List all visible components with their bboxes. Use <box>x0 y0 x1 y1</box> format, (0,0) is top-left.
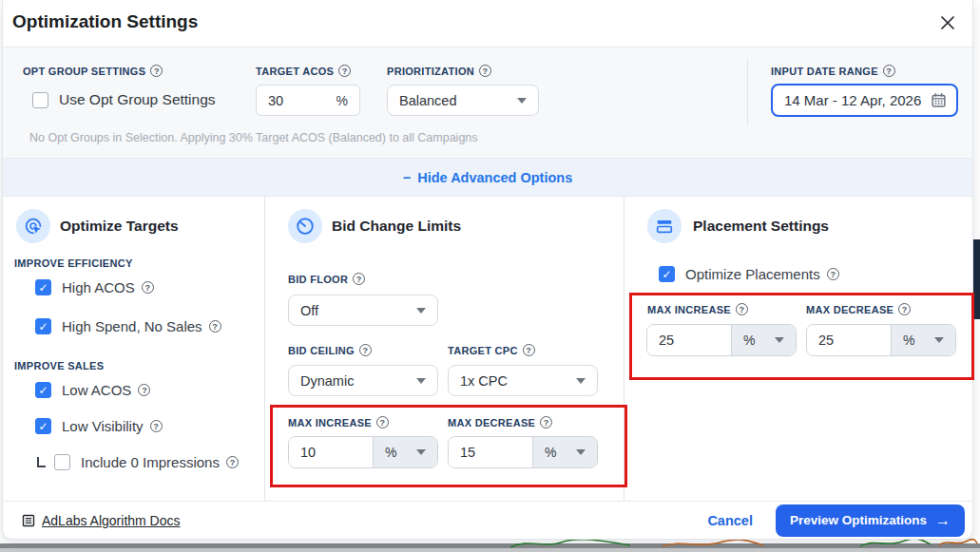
date-range-picker[interactable]: 14 Mar - 12 Apr, 2026 <box>771 84 958 117</box>
target-cpc-select[interactable]: 1x CPC <box>448 365 598 396</box>
help-icon[interactable] <box>142 281 154 294</box>
close-icon[interactable] <box>936 11 959 34</box>
page-title: Optimization Settings <box>12 11 198 32</box>
include-0-impressions-checkbox[interactable]: Include 0 Impressions <box>54 454 239 470</box>
chevron-down-icon <box>576 449 586 455</box>
background-dark-panel <box>973 239 980 319</box>
bid-max-decrease-field[interactable]: % <box>448 436 598 468</box>
chevron-down-icon <box>775 337 784 343</box>
hide-advanced-options-link[interactable]: − Hide Advanced Options <box>403 170 572 185</box>
help-icon[interactable] <box>523 344 535 356</box>
chevron-down-icon <box>416 308 426 314</box>
low-visibility-checkbox[interactable]: Low Visibility <box>35 418 163 434</box>
chevron-down-icon <box>576 378 586 384</box>
bid-max-decrease-input[interactable] <box>449 437 532 467</box>
target-cpc-label: TARGET CPC <box>448 344 535 356</box>
placement-max-increase-unit-select[interactable]: % <box>731 325 796 355</box>
placement-max-decrease-label: MAX DECREASE <box>806 303 911 315</box>
dialog-footer: AdLabs Algorithm Docs Cancel Preview Opt… <box>3 501 972 539</box>
bid-floor-label: BID FLOOR <box>288 273 365 285</box>
help-icon[interactable] <box>138 384 150 396</box>
help-icon[interactable] <box>226 456 239 468</box>
help-icon[interactable] <box>883 65 895 77</box>
bid-floor-select[interactable]: Off <box>288 295 438 326</box>
improve-efficiency-heading: IMPROVE EFFICIENCY <box>14 257 133 269</box>
checkbox[interactable] <box>54 454 70 470</box>
optimization-settings-dialog: Optimization Settings OPT GROUP SETTINGS… <box>2 0 973 540</box>
checkbox[interactable] <box>35 318 51 334</box>
top-settings-section: OPT GROUP SETTINGS Use Opt Group Setting… <box>3 48 972 159</box>
divider <box>624 197 625 501</box>
chevron-down-icon <box>517 98 527 104</box>
advanced-options-panel: Optimize Targets IMPROVE EFFICIENCY High… <box>3 197 972 501</box>
placement-settings-title: Placement Settings <box>693 218 829 235</box>
help-icon[interactable] <box>150 420 163 432</box>
prioritization-select[interactable]: Balanced <box>387 85 539 116</box>
help-icon[interactable] <box>353 273 365 285</box>
chevron-down-icon <box>934 337 944 343</box>
optimize-placements-checkbox[interactable]: Optimize Placements <box>659 266 839 282</box>
cancel-button[interactable]: Cancel <box>707 513 753 528</box>
bid-change-limits-icon <box>288 209 322 243</box>
document-icon <box>22 514 35 527</box>
calendar-icon <box>931 92 947 108</box>
minus-icon: − <box>403 170 411 185</box>
help-icon[interactable] <box>359 344 372 356</box>
help-icon[interactable] <box>338 65 351 77</box>
checkbox[interactable] <box>35 279 51 295</box>
help-icon[interactable] <box>827 268 839 280</box>
help-icon[interactable] <box>376 416 389 428</box>
opt-group-settings-label: OPT GROUP SETTINGS <box>23 65 163 77</box>
placement-max-decrease-input[interactable] <box>807 325 891 355</box>
help-icon[interactable] <box>898 303 911 315</box>
placement-settings-icon <box>647 209 682 243</box>
input-date-range-label: INPUT DATE RANGE <box>771 65 895 77</box>
bid-max-increase-unit-select[interactable]: % <box>373 437 437 467</box>
checkbox[interactable] <box>35 382 51 398</box>
bid-max-decrease-label: MAX DECREASE <box>448 416 552 428</box>
target-acos-label: TARGET ACOS <box>256 65 351 77</box>
target-acos-input[interactable] <box>268 93 316 108</box>
bid-change-limits-title: Bid Change Limits <box>332 218 461 235</box>
placement-max-decrease-unit-select[interactable]: % <box>891 325 955 355</box>
target-acos-field[interactable]: % <box>256 85 360 116</box>
help-icon[interactable] <box>150 65 163 77</box>
checkbox[interactable] <box>32 92 48 108</box>
prioritization-label: PRIORITIZATION <box>387 65 491 77</box>
bid-max-increase-input[interactable] <box>289 437 373 467</box>
advanced-options-band: − Hide Advanced Options <box>3 159 972 197</box>
bid-max-increase-label: MAX INCREASE <box>288 416 389 428</box>
bid-max-decrease-unit-select[interactable]: % <box>532 437 597 467</box>
placement-max-decrease-field[interactable]: % <box>806 324 956 356</box>
percent-suffix: % <box>336 93 348 108</box>
chevron-down-icon <box>416 449 426 455</box>
help-icon[interactable] <box>479 65 491 77</box>
help-icon[interactable] <box>209 320 221 333</box>
bid-ceiling-select[interactable]: Dynamic <box>288 365 438 396</box>
high-acos-checkbox[interactable]: High ACOS <box>35 279 154 295</box>
dialog-header: Optimization Settings <box>3 0 972 48</box>
low-acos-checkbox[interactable]: Low ACOS <box>35 382 150 398</box>
use-opt-group-settings-checkbox[interactable]: Use Opt Group Settings <box>32 91 216 108</box>
checkbox[interactable] <box>35 418 51 434</box>
placement-max-increase-field[interactable]: % <box>646 324 797 356</box>
bid-max-increase-field[interactable]: % <box>288 436 438 468</box>
adlabs-algorithm-docs-link[interactable]: AdLabs Algorithm Docs <box>22 513 181 528</box>
help-icon[interactable] <box>736 303 748 315</box>
chevron-down-icon <box>416 378 426 384</box>
divider <box>747 59 748 125</box>
placement-max-increase-input[interactable] <box>647 325 731 355</box>
divider <box>264 197 265 501</box>
improve-sales-heading: IMPROVE SALES <box>14 360 104 371</box>
help-icon[interactable] <box>540 416 552 428</box>
high-spend-no-sales-checkbox[interactable]: High Spend, No Sales <box>35 318 221 334</box>
background-band <box>0 543 980 552</box>
bid-ceiling-label: BID CEILING <box>288 344 372 356</box>
optimize-targets-title: Optimize Targets <box>60 218 179 235</box>
checkbox[interactable] <box>659 266 675 282</box>
placement-max-increase-label: MAX INCREASE <box>647 303 748 315</box>
arrow-right-icon: → <box>935 513 951 528</box>
tree-connector-icon <box>37 457 46 467</box>
preview-optimizations-button[interactable]: Preview Optimizations → <box>776 504 965 537</box>
opt-group-note: No Opt Groups in Selection. Applying 30%… <box>29 131 478 144</box>
